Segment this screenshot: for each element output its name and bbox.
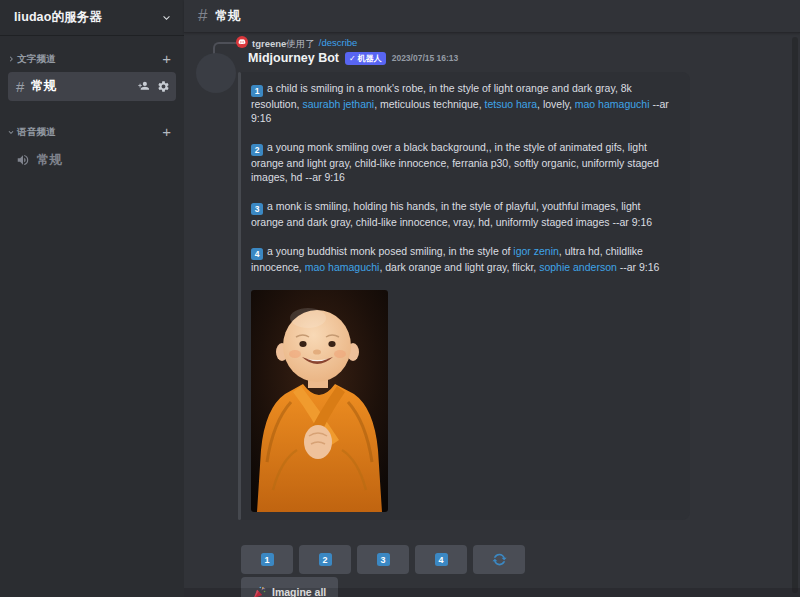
keycap-number-icon: 3 — [251, 203, 263, 215]
channel-name: 常规 — [31, 78, 137, 95]
bot-badge: ✓ 机器人 — [345, 52, 386, 65]
keycap-number-icon: 4 — [435, 553, 448, 566]
reply-username[interactable]: tgreene — [252, 38, 286, 49]
category-label: 语音频道 — [17, 126, 159, 139]
describe-button-1[interactable]: 1 — [241, 545, 293, 574]
add-channel-icon[interactable]: + — [159, 54, 174, 64]
description-text: , dark orange and light gray, flickr, — [379, 261, 539, 273]
chevron-right-icon — [6, 54, 16, 64]
channel-title: 常规 — [215, 8, 240, 25]
category-label: 文字频道 — [17, 53, 159, 66]
hash-icon: # — [198, 6, 207, 26]
describe-result-panel: 1a child is smiling in a monk's robe, in… — [238, 72, 690, 520]
description-text: --ar 9:16 — [617, 261, 660, 273]
description-text: , lovely, — [537, 98, 575, 110]
description-text: a monk is smiling, holding his hands, in… — [251, 200, 652, 228]
description-item: 2a young monk smiling over a black backg… — [251, 140, 675, 184]
channel-sidebar: liudao的服务器 文字频道 + # 常规 — [0, 0, 184, 597]
message-header: Midjourney Bot ✓ 机器人 2023/07/15 16:13 — [248, 50, 458, 66]
category-text-channels[interactable]: 文字频道 + — [0, 50, 184, 68]
speaker-icon — [16, 153, 30, 167]
chat-area: # 常规 tgreene使用了 /describe Midjourney Bot… — [184, 0, 800, 597]
refresh-icon — [492, 552, 507, 567]
channel-settings-gear-icon[interactable] — [157, 80, 170, 93]
channel-header: # 常规 — [184, 0, 800, 33]
slash-command-link[interactable]: /describe — [319, 37, 358, 48]
sidebar-item-text-channel[interactable]: # 常规 — [8, 72, 176, 101]
generated-monk-image[interactable] — [251, 290, 388, 512]
style-reference-link[interactable]: tetsuo hara — [485, 98, 538, 110]
describe-button-4[interactable]: 4 — [415, 545, 467, 574]
description-text: a young buddhist monk posed smiling, in … — [267, 245, 513, 257]
keycap-number-icon: 4 — [251, 248, 263, 260]
keycap-number-icon: 2 — [319, 553, 332, 566]
description-text: , meticulous technique, — [374, 98, 484, 110]
style-reference-link[interactable]: igor zenin — [513, 245, 559, 257]
scroll-shadow — [184, 588, 800, 597]
component-buttons-row: 1234 — [241, 545, 525, 574]
keycap-number-icon: 3 — [377, 553, 390, 566]
describe-button-2[interactable]: 2 — [299, 545, 351, 574]
interaction-reply-row: tgreene使用了 /describe — [236, 35, 357, 49]
bot-avatar[interactable] — [196, 53, 236, 93]
user-avatar[interactable] — [236, 36, 248, 48]
category-voice-channels[interactable]: 语音频道 + — [0, 123, 184, 141]
chat-scrollbar[interactable] — [792, 37, 798, 593]
badge-label: 机器人 — [358, 53, 382, 64]
chevron-down-icon — [161, 12, 172, 23]
style-reference-link[interactable]: mao hamaguchi — [575, 98, 650, 110]
hash-icon: # — [16, 78, 24, 95]
style-reference-link[interactable]: sophie anderson — [539, 261, 617, 273]
server-name: liudao的服务器 — [14, 9, 102, 26]
server-header[interactable]: liudao的服务器 — [0, 0, 184, 36]
keycap-number-icon: 1 — [251, 85, 263, 97]
description-text: a young monk smiling over a black backgr… — [251, 141, 659, 183]
description-item: 1a child is smiling in a monk's robe, in… — [251, 81, 675, 125]
keycap-number-icon: 2 — [251, 144, 263, 156]
voice-channel-name: 常规 — [37, 152, 168, 169]
style-reference-link[interactable]: saurabh jethani — [302, 98, 374, 110]
description-item: 4a young buddhist monk posed smiling, in… — [251, 244, 675, 274]
bot-username[interactable]: Midjourney Bot — [248, 51, 339, 65]
describe-button-3[interactable]: 3 — [357, 545, 409, 574]
badge-check-icon: ✓ — [349, 54, 356, 63]
description-item: 3a monk is smiling, holding his hands, i… — [251, 199, 675, 229]
sidebar-item-voice-channel[interactable]: 常规 — [8, 147, 176, 173]
reply-action-text: 使用了 — [286, 38, 315, 49]
regenerate-button[interactable] — [473, 545, 525, 574]
add-channel-icon[interactable]: + — [159, 127, 174, 137]
message-timestamp: 2023/07/15 16:13 — [392, 53, 459, 63]
descriptions-list: 1a child is smiling in a monk's robe, in… — [251, 81, 678, 274]
invite-people-icon[interactable] — [137, 80, 150, 93]
keycap-number-icon: 1 — [261, 553, 274, 566]
style-reference-link[interactable]: mao hamaguchi — [305, 261, 380, 273]
discord-window: liudao的服务器 文字频道 + # 常规 — [0, 0, 800, 597]
chevron-down-icon — [6, 127, 16, 137]
